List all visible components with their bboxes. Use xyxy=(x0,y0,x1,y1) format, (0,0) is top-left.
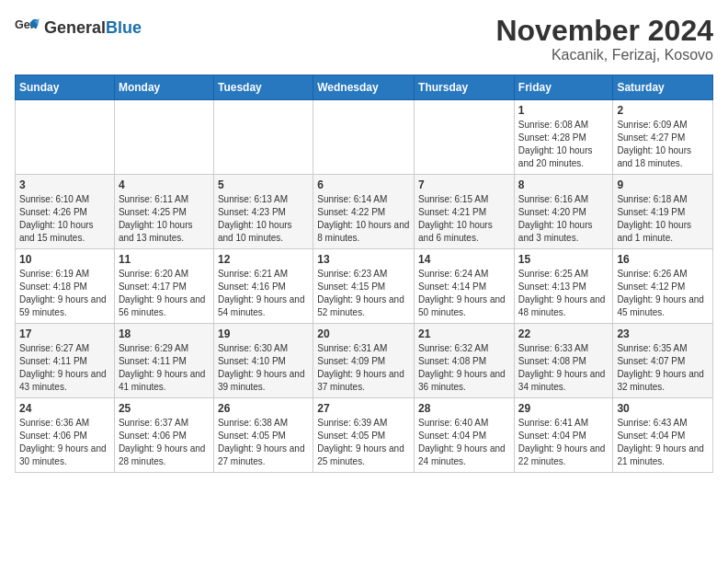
calendar-cell xyxy=(16,100,115,175)
day-number: 18 xyxy=(119,327,210,340)
calendar-cell: 4Sunrise: 6:11 AM Sunset: 4:25 PM Daylig… xyxy=(114,175,213,249)
day-detail: Sunrise: 6:30 AM Sunset: 4:10 PM Dayligh… xyxy=(218,342,309,394)
day-number: 28 xyxy=(418,402,510,415)
day-detail: Sunrise: 6:33 AM Sunset: 4:08 PM Dayligh… xyxy=(518,342,609,394)
day-detail: Sunrise: 6:19 AM Sunset: 4:18 PM Dayligh… xyxy=(19,268,110,319)
day-detail: Sunrise: 6:15 AM Sunset: 4:21 PM Dayligh… xyxy=(418,193,510,245)
day-detail: Sunrise: 6:39 AM Sunset: 4:05 PM Dayligh… xyxy=(317,417,410,468)
calendar-cell: 20Sunrise: 6:31 AM Sunset: 4:09 PM Dayli… xyxy=(313,324,415,398)
day-number: 7 xyxy=(418,178,510,191)
weekday-header-friday: Friday xyxy=(514,75,613,100)
calendar-cell xyxy=(213,100,313,175)
calendar-cell: 16Sunrise: 6:26 AM Sunset: 4:12 PM Dayli… xyxy=(613,249,713,324)
page-subtitle: Kacanik, Ferizaj, Kosovo xyxy=(495,47,713,63)
day-number: 24 xyxy=(19,402,110,415)
day-detail: Sunrise: 6:35 AM Sunset: 4:07 PM Dayligh… xyxy=(617,342,709,394)
day-number: 11 xyxy=(119,253,210,266)
day-detail: Sunrise: 6:41 AM Sunset: 4:04 PM Dayligh… xyxy=(518,417,609,468)
calendar-cell: 1Sunrise: 6:08 AM Sunset: 4:28 PM Daylig… xyxy=(514,100,613,175)
day-detail: Sunrise: 6:27 AM Sunset: 4:11 PM Dayligh… xyxy=(19,342,110,394)
calendar-week-row: 1Sunrise: 6:08 AM Sunset: 4:28 PM Daylig… xyxy=(16,100,713,175)
calendar-cell: 13Sunrise: 6:23 AM Sunset: 4:15 PM Dayli… xyxy=(313,249,415,324)
day-detail: Sunrise: 6:21 AM Sunset: 4:16 PM Dayligh… xyxy=(218,268,309,319)
day-detail: Sunrise: 6:11 AM Sunset: 4:25 PM Dayligh… xyxy=(119,193,210,245)
weekday-header-thursday: Thursday xyxy=(415,75,515,100)
weekday-header-row: SundayMondayTuesdayWednesdayThursdayFrid… xyxy=(16,75,713,100)
day-number: 29 xyxy=(518,402,609,415)
logo-text-blue: Blue xyxy=(106,18,142,37)
day-detail: Sunrise: 6:10 AM Sunset: 4:26 PM Dayligh… xyxy=(19,193,110,245)
day-detail: Sunrise: 6:24 AM Sunset: 4:14 PM Dayligh… xyxy=(418,268,510,319)
weekday-header-saturday: Saturday xyxy=(613,75,713,100)
calendar-cell: 7Sunrise: 6:15 AM Sunset: 4:21 PM Daylig… xyxy=(415,175,515,249)
calendar-cell: 2Sunrise: 6:09 AM Sunset: 4:27 PM Daylig… xyxy=(613,100,713,175)
day-detail: Sunrise: 6:32 AM Sunset: 4:08 PM Dayligh… xyxy=(418,342,510,394)
calendar-week-row: 3Sunrise: 6:10 AM Sunset: 4:26 PM Daylig… xyxy=(16,175,713,249)
day-detail: Sunrise: 6:23 AM Sunset: 4:15 PM Dayligh… xyxy=(317,268,410,319)
logo-text-general: General xyxy=(44,18,106,37)
calendar-cell: 22Sunrise: 6:33 AM Sunset: 4:08 PM Dayli… xyxy=(514,324,613,398)
day-number: 13 xyxy=(317,253,410,266)
calendar-cell: 11Sunrise: 6:20 AM Sunset: 4:17 PM Dayli… xyxy=(114,249,213,324)
day-number: 23 xyxy=(617,327,709,340)
day-number: 5 xyxy=(218,178,309,191)
day-number: 9 xyxy=(617,178,709,191)
calendar-cell: 17Sunrise: 6:27 AM Sunset: 4:11 PM Dayli… xyxy=(16,324,115,398)
calendar-cell: 24Sunrise: 6:36 AM Sunset: 4:06 PM Dayli… xyxy=(16,398,115,473)
calendar-cell: 9Sunrise: 6:18 AM Sunset: 4:19 PM Daylig… xyxy=(613,175,713,249)
calendar-cell: 27Sunrise: 6:39 AM Sunset: 4:05 PM Dayli… xyxy=(313,398,415,473)
calendar-cell: 23Sunrise: 6:35 AM Sunset: 4:07 PM Dayli… xyxy=(613,324,713,398)
day-number: 6 xyxy=(317,178,410,191)
day-detail: Sunrise: 6:20 AM Sunset: 4:17 PM Dayligh… xyxy=(119,268,210,319)
calendar-cell: 6Sunrise: 6:14 AM Sunset: 4:22 PM Daylig… xyxy=(313,175,415,249)
day-number: 19 xyxy=(218,327,309,340)
calendar-cell: 29Sunrise: 6:41 AM Sunset: 4:04 PM Dayli… xyxy=(514,398,613,473)
calendar-week-row: 24Sunrise: 6:36 AM Sunset: 4:06 PM Dayli… xyxy=(16,398,713,473)
day-number: 15 xyxy=(518,253,609,266)
day-number: 26 xyxy=(218,402,309,415)
day-detail: Sunrise: 6:38 AM Sunset: 4:05 PM Dayligh… xyxy=(218,417,309,468)
calendar-cell: 26Sunrise: 6:38 AM Sunset: 4:05 PM Dayli… xyxy=(213,398,313,473)
day-number: 8 xyxy=(518,178,609,191)
day-number: 12 xyxy=(218,253,309,266)
title-block: November 2024 Kacanik, Ferizaj, Kosovo xyxy=(495,15,713,63)
day-detail: Sunrise: 6:14 AM Sunset: 4:22 PM Dayligh… xyxy=(317,193,410,245)
calendar-cell: 12Sunrise: 6:21 AM Sunset: 4:16 PM Dayli… xyxy=(213,249,313,324)
day-detail: Sunrise: 6:43 AM Sunset: 4:04 PM Dayligh… xyxy=(617,417,709,468)
calendar-table: SundayMondayTuesdayWednesdayThursdayFrid… xyxy=(15,75,713,473)
day-number: 21 xyxy=(418,327,510,340)
weekday-header-sunday: Sunday xyxy=(16,75,115,100)
day-number: 10 xyxy=(19,253,110,266)
day-number: 25 xyxy=(119,402,210,415)
day-number: 14 xyxy=(418,253,510,266)
calendar-cell: 3Sunrise: 6:10 AM Sunset: 4:26 PM Daylig… xyxy=(16,175,115,249)
calendar-cell: 21Sunrise: 6:32 AM Sunset: 4:08 PM Dayli… xyxy=(415,324,515,398)
day-detail: Sunrise: 6:16 AM Sunset: 4:20 PM Dayligh… xyxy=(518,193,609,245)
calendar-cell: 30Sunrise: 6:43 AM Sunset: 4:04 PM Dayli… xyxy=(613,398,713,473)
day-detail: Sunrise: 6:25 AM Sunset: 4:13 PM Dayligh… xyxy=(518,268,609,319)
calendar-week-row: 10Sunrise: 6:19 AM Sunset: 4:18 PM Dayli… xyxy=(16,249,713,324)
page-title: November 2024 xyxy=(495,15,713,47)
calendar-cell: 10Sunrise: 6:19 AM Sunset: 4:18 PM Dayli… xyxy=(16,249,115,324)
day-number: 16 xyxy=(617,253,709,266)
day-number: 30 xyxy=(617,402,709,415)
page-header: Gen GeneralBlue November 2024 Kacanik, F… xyxy=(15,15,713,63)
day-detail: Sunrise: 6:36 AM Sunset: 4:06 PM Dayligh… xyxy=(19,417,110,468)
calendar-cell xyxy=(114,100,213,175)
calendar-cell: 25Sunrise: 6:37 AM Sunset: 4:06 PM Dayli… xyxy=(114,398,213,473)
calendar-cell xyxy=(313,100,415,175)
day-detail: Sunrise: 6:08 AM Sunset: 4:28 PM Dayligh… xyxy=(518,119,609,170)
logo-icon: Gen xyxy=(15,15,40,40)
day-number: 20 xyxy=(317,327,410,340)
calendar-cell: 28Sunrise: 6:40 AM Sunset: 4:04 PM Dayli… xyxy=(415,398,515,473)
weekday-header-tuesday: Tuesday xyxy=(213,75,313,100)
day-number: 2 xyxy=(617,104,709,117)
day-number: 17 xyxy=(19,327,110,340)
weekday-header-monday: Monday xyxy=(114,75,213,100)
day-detail: Sunrise: 6:13 AM Sunset: 4:23 PM Dayligh… xyxy=(218,193,309,245)
day-number: 4 xyxy=(119,178,210,191)
day-detail: Sunrise: 6:09 AM Sunset: 4:27 PM Dayligh… xyxy=(617,119,709,170)
logo: Gen GeneralBlue xyxy=(15,15,142,40)
calendar-cell xyxy=(415,100,515,175)
day-number: 1 xyxy=(518,104,609,117)
